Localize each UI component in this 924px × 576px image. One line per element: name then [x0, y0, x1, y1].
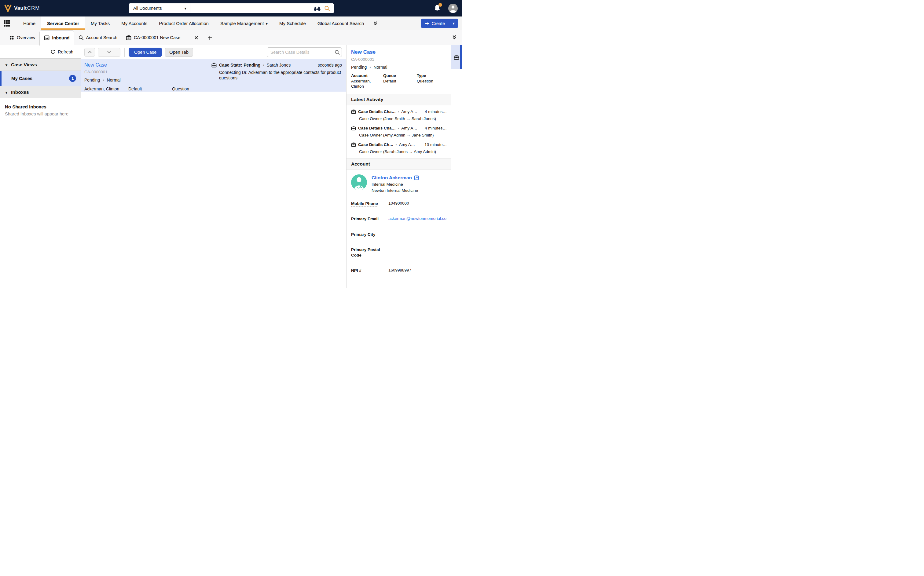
content: Refresh Case Views My Cases 1 Inboxes No…	[0, 45, 462, 288]
case-search-button[interactable]	[332, 50, 342, 55]
nav-product-order-allocation[interactable]: Product Order Allocation	[153, 16, 215, 30]
panel-case-priority: Normal	[374, 65, 388, 70]
activity-title: Case Details Ch…	[358, 142, 394, 147]
field-value: 1609988997	[388, 268, 447, 274]
nav-my-schedule[interactable]: My Schedule	[274, 16, 312, 30]
case-title-link[interactable]: New Case	[84, 62, 211, 68]
case-state: Pending	[84, 78, 100, 82]
dot-separator	[102, 78, 104, 82]
rail-case-details-button[interactable]	[451, 45, 462, 69]
inboxes-section-header[interactable]: Inboxes	[0, 86, 81, 98]
nav-service-center[interactable]: Service Center	[41, 16, 85, 30]
field-label: NPI #	[351, 268, 388, 274]
chevron-down-icon	[266, 21, 268, 26]
panel-case-state: Pending	[351, 65, 367, 70]
veeva-v-icon	[4, 4, 12, 12]
refresh-icon	[50, 50, 55, 54]
collapse-panel-button[interactable]	[452, 35, 457, 40]
nav-my-accounts[interactable]: My Accounts	[115, 16, 153, 30]
field-row: Primary Email ackerman@newtonmemorial.co	[351, 216, 447, 222]
case-list-row[interactable]: New Case CA-0000001 Pending Normal Acker…	[81, 59, 346, 92]
activity-item[interactable]: Case Details Ch… Amy A… 13 minute… Case …	[351, 142, 447, 154]
activity-detail: Case Owner (Jane Smith → Sarah Jones)	[359, 116, 447, 121]
field-row: Mobile Phone 104900000	[351, 201, 447, 206]
type-column-label: Type	[417, 73, 433, 78]
chevron-down-icon	[5, 62, 7, 67]
case-views-section-header[interactable]: Case Views	[0, 58, 81, 71]
dot-separator	[398, 125, 399, 131]
dots-grid-icon	[9, 35, 14, 40]
account-column-label: Account	[351, 73, 380, 78]
empty-state-title: No Shared Inboxes	[5, 104, 76, 109]
panel-case-title-link[interactable]: New Case	[351, 49, 447, 55]
tab-case[interactable]: CA-0000001 New Case	[122, 30, 184, 45]
case-account: Ackerman, Clinton	[84, 86, 128, 91]
open-tab-button[interactable]: Open Tab	[165, 48, 193, 57]
case-type: Question	[172, 86, 189, 91]
tab-overview[interactable]: Overview	[5, 30, 39, 45]
brand-vault: Vault	[14, 5, 27, 11]
refresh-button[interactable]: Refresh	[0, 45, 81, 58]
event-user: Sarah Jones	[267, 62, 291, 67]
document-scope-select[interactable]: All Documents	[129, 3, 191, 13]
my-cases-count-badge: 1	[69, 75, 76, 82]
tab-strip: Overview Inbound Account Search CA-00000…	[0, 30, 462, 45]
briefcase-icon	[211, 62, 217, 67]
previous-case-button[interactable]	[84, 48, 95, 57]
queue-column-label: Queue	[383, 73, 414, 78]
account-section-header: Account	[346, 158, 451, 170]
nav-sample-management[interactable]: Sample Management	[215, 16, 274, 30]
brand-crm: CRM	[27, 5, 40, 11]
next-case-button[interactable]	[98, 48, 120, 57]
case-search-input[interactable]	[267, 50, 332, 55]
case-list-toolbar: Open Case Open Tab	[81, 45, 346, 59]
field-label: Primary City	[351, 232, 388, 237]
account-name-link[interactable]: Clinton Ackerman	[372, 175, 412, 181]
app-launcher-icon[interactable]	[4, 20, 11, 27]
search-icon[interactable]	[324, 5, 330, 11]
tab-account-search[interactable]: Account Search	[74, 30, 122, 45]
nav-home[interactable]: Home	[18, 16, 41, 30]
tab-inbound[interactable]: Inbound	[39, 30, 74, 45]
activity-list: Case Details Cha… Amy A… 4 minutes… Case…	[346, 106, 451, 158]
case-latest-event: Case State: Pending Sarah Jones seconds …	[211, 62, 342, 92]
nav-global-account-search[interactable]: Global Account Search	[312, 16, 370, 30]
search-icon	[335, 50, 340, 55]
global-search-input[interactable]	[191, 3, 334, 13]
nav-my-tasks[interactable]: My Tasks	[85, 16, 115, 30]
event-time: seconds ago	[318, 62, 342, 67]
binoculars-icon[interactable]	[314, 5, 321, 11]
user-avatar[interactable]	[448, 4, 458, 13]
panel-header: New Case CA-0000001 Pending Normal Accou…	[346, 45, 451, 94]
vault-crm-logo[interactable]: VaultCRM	[4, 4, 40, 12]
dot-separator	[370, 65, 371, 70]
close-tab-button[interactable]	[193, 35, 200, 41]
briefcase-icon	[351, 126, 356, 130]
field-row: NPI # 1609988997	[351, 268, 447, 274]
nav-overflow-button[interactable]	[370, 16, 381, 30]
person-icon	[448, 4, 458, 13]
briefcase-icon	[454, 55, 459, 60]
create-button[interactable]: Create	[421, 19, 449, 28]
create-dropdown-button[interactable]	[449, 19, 458, 28]
panel-case-number: CA-0000001	[351, 57, 447, 62]
external-link-icon[interactable]	[414, 175, 419, 180]
new-tab-button[interactable]	[206, 34, 213, 41]
field-row: Primary City	[351, 232, 447, 237]
global-search: All Documents	[129, 3, 334, 13]
toolbar-divider	[124, 48, 125, 57]
case-details-search	[267, 47, 342, 57]
account-column-value: Ackerman, Clinton	[351, 79, 380, 89]
dot-separator	[396, 142, 397, 147]
open-case-button[interactable]: Open Case	[129, 48, 162, 57]
account-card: Clinton Ackerman Internal Medicine Newto…	[346, 170, 451, 193]
sidebar-item-my-cases[interactable]: My Cases 1	[0, 71, 81, 86]
briefcase-icon	[351, 109, 356, 114]
activity-item[interactable]: Case Details Cha… Amy A… 4 minutes… Case…	[351, 125, 447, 138]
activity-item[interactable]: Case Details Cha… Amy A… 4 minutes… Case…	[351, 109, 447, 121]
close-icon	[194, 36, 198, 40]
email-link[interactable]: ackerman@newtonmemorial.co	[388, 216, 447, 222]
type-column-value: Question	[417, 79, 433, 84]
notifications-button[interactable]	[434, 4, 441, 12]
field-label: Mobile Phone	[351, 201, 388, 206]
